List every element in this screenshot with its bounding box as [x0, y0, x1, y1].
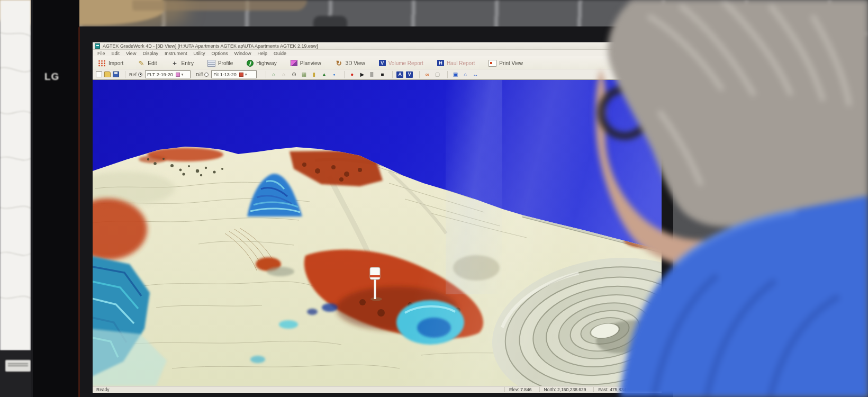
diff-surface-dropdown[interactable]: Fit 1-13-20 ▾	[211, 70, 257, 78]
menu-options[interactable]: Options	[208, 51, 231, 56]
view-a-button[interactable]: A	[396, 71, 403, 78]
ref-radio[interactable]	[138, 73, 142, 77]
marker-icon[interactable]: ▮	[310, 71, 318, 78]
diff-color-swatch	[239, 73, 243, 77]
menu-guide[interactable]: Guide	[270, 51, 290, 56]
print-view-icon	[489, 60, 496, 67]
photo-scene: LG AGTEK GradeWork 4D - [3D View] [H:\UT…	[0, 0, 868, 397]
menu-window[interactable]: Window	[231, 51, 254, 56]
app-icon	[95, 43, 100, 49]
pause-icon[interactable]: ||	[368, 71, 376, 78]
menu-view[interactable]: View	[123, 51, 139, 56]
menu-file[interactable]: File	[94, 51, 108, 56]
truck-icon[interactable]: ▣	[451, 71, 459, 78]
stop-icon[interactable]: ■	[378, 71, 386, 78]
lg-logo: LG	[44, 71, 68, 83]
menu-display[interactable]: Display	[139, 51, 161, 56]
3d-view-icon: ↻	[335, 60, 343, 67]
person-foreground	[569, 0, 868, 397]
ref-color-swatch	[176, 73, 180, 77]
menu-instrument[interactable]: Instrument	[161, 51, 191, 56]
window-title: AGTEK GradeWork 4D - [3D View] [H:\UTA A…	[103, 43, 318, 49]
secondary-monitor: LG	[0, 0, 79, 397]
zoom-lens-icon[interactable]: ⊙	[290, 71, 297, 78]
haul-report-icon: H	[437, 60, 444, 66]
play-icon[interactable]: ▶	[358, 71, 366, 78]
person-hair	[608, 0, 868, 227]
haul-report-button[interactable]: H Haul Report	[437, 60, 475, 66]
chevron-down-icon: ▾	[245, 73, 247, 77]
pencil-icon: ✎	[137, 60, 145, 67]
diff-label: Diff	[196, 72, 203, 77]
grid-icon[interactable]: ▦	[300, 71, 308, 78]
open-folder-icon[interactable]	[104, 71, 111, 77]
secondary-monitor-screen	[0, 0, 31, 350]
terrain-home-icon[interactable]: ⌂	[280, 71, 287, 78]
volume-report-button[interactable]: V Volume Report	[379, 60, 423, 66]
status-ready: Ready	[93, 387, 110, 392]
new-file-icon[interactable]	[96, 71, 102, 77]
edit-button[interactable]: ✎ Edit	[137, 60, 157, 67]
chevron-down-icon: ▾	[182, 73, 184, 77]
entry-button[interactable]: + Entry	[171, 60, 194, 67]
record-icon[interactable]: ●	[348, 71, 356, 78]
highway-icon	[247, 60, 254, 67]
secondary-monitor-bezel	[31, 0, 79, 397]
home-icon[interactable]: ⌂	[270, 71, 277, 78]
profile-button[interactable]: Profile	[207, 60, 233, 67]
droplet-icon[interactable]: ●	[330, 71, 338, 78]
diff-radio[interactable]	[204, 73, 209, 77]
ref-surface-dropdown[interactable]: FLT 2-19-20 ▾	[145, 70, 191, 78]
counter-edge	[132, 0, 307, 11]
flag-icon[interactable]: ▲	[320, 71, 328, 78]
menu-help[interactable]: Help	[254, 51, 270, 56]
menu-edit[interactable]: Edit	[108, 51, 123, 56]
import-button[interactable]: Import	[98, 60, 123, 67]
planview-icon	[291, 60, 297, 66]
view-v-button[interactable]: V	[406, 71, 413, 78]
ref-label: Ref	[129, 72, 137, 77]
planview-button[interactable]: Planview	[291, 60, 321, 66]
pan-icon[interactable]: ↔	[472, 71, 479, 78]
plus-icon: +	[171, 60, 179, 67]
import-icon	[98, 60, 106, 67]
house-icon[interactable]: ⌂	[462, 71, 469, 78]
3d-view-button[interactable]: ↻ 3D View	[335, 60, 365, 67]
glasses-icon[interactable]: ∞	[423, 71, 431, 78]
contour-plan-preview	[0, 0, 31, 350]
secondary-monitor-bezel-bottom	[0, 350, 31, 397]
save-icon[interactable]	[113, 71, 119, 77]
menu-utility[interactable]: Utility	[190, 51, 208, 56]
person-silhouette	[569, 0, 868, 397]
print-view-button[interactable]: Print View	[489, 60, 523, 67]
status-elevation: Elev: 7.846	[504, 387, 532, 392]
highway-button[interactable]: Highway	[247, 60, 276, 67]
snapshot-icon[interactable]: ▢	[433, 71, 441, 78]
volume-report-icon: V	[379, 60, 386, 66]
zoom-indicator-tag	[5, 360, 31, 372]
profile-icon	[207, 60, 215, 67]
